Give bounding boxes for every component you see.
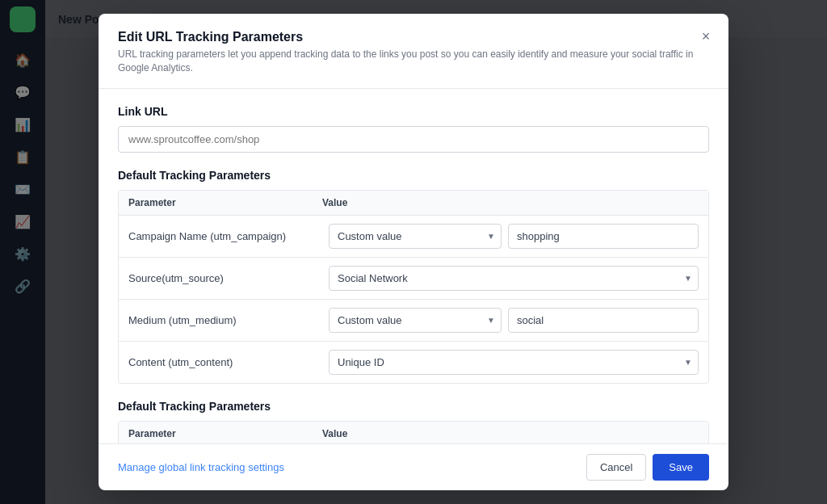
modal-subtitle: URL tracking parameters let you append t… xyxy=(118,48,709,75)
param-value-group-source: Social Network Custom value Unique ID ▼ xyxy=(329,266,699,291)
link-url-label: Link URL xyxy=(118,105,709,118)
table-header: Parameter Value xyxy=(119,191,708,216)
modal-overlay: Edit URL Tracking Parameters URL trackin… xyxy=(0,0,827,504)
table-row: Source(utm_source) Social Network Custom… xyxy=(119,258,708,300)
param-name-campaign: Campaign Name (utm_campaign) xyxy=(128,230,322,242)
save-button[interactable]: Save xyxy=(653,454,709,481)
default-tracking-label: Default Tracking Parameters xyxy=(118,169,709,182)
param-name-medium: Medium (utm_medium) xyxy=(128,314,322,326)
campaign-text-input[interactable] xyxy=(508,224,699,249)
second-tracking-table: Parameter Value + Add Another xyxy=(118,421,709,443)
modal-header: Edit URL Tracking Parameters URL trackin… xyxy=(99,14,728,89)
second-col-value: Value xyxy=(322,428,699,439)
second-col-parameter: Parameter xyxy=(128,428,322,439)
col-value: Value xyxy=(322,197,699,208)
table-row: Content (utm_content) Unique ID Custom v… xyxy=(119,342,708,383)
modal-footer: Manage global link tracking settings Can… xyxy=(99,443,728,490)
table-row: Campaign Name (utm_campaign) Custom valu… xyxy=(119,216,708,258)
param-value-group-content: Unique ID Custom value Social Network ▼ xyxy=(329,350,699,375)
modal-body: Link URL Default Tracking Parameters Par… xyxy=(99,89,728,443)
close-button[interactable]: × xyxy=(696,27,716,46)
source-select[interactable]: Social Network Custom value Unique ID xyxy=(329,266,699,291)
manage-link[interactable]: Manage global link tracking settings xyxy=(118,461,284,473)
param-value-group-medium: Custom value Social Network Unique ID ▼ xyxy=(329,308,699,333)
medium-select[interactable]: Custom value Social Network Unique ID xyxy=(329,308,502,333)
modal-title: Edit URL Tracking Parameters xyxy=(118,30,709,44)
second-tracking-label: Default Tracking Parameters xyxy=(118,400,709,413)
cancel-button[interactable]: Cancel xyxy=(586,454,646,481)
second-table-header: Parameter Value xyxy=(119,422,708,443)
content-select[interactable]: Unique ID Custom value Social Network xyxy=(329,350,699,375)
param-name-content: Content (utm_content) xyxy=(128,356,322,368)
col-parameter: Parameter xyxy=(128,197,322,208)
param-name-source: Source(utm_source) xyxy=(128,272,322,284)
source-select-wrapper: Social Network Custom value Unique ID ▼ xyxy=(329,266,699,291)
table-row: Medium (utm_medium) Custom value Social … xyxy=(119,300,708,342)
campaign-select-wrapper: Custom value Social Network Unique ID ▼ xyxy=(329,224,502,249)
campaign-select[interactable]: Custom value Social Network Unique ID xyxy=(329,224,502,249)
edit-url-tracking-modal: Edit URL Tracking Parameters URL trackin… xyxy=(99,14,728,490)
medium-text-input[interactable] xyxy=(508,308,699,333)
medium-select-wrapper: Custom value Social Network Unique ID ▼ xyxy=(329,308,502,333)
param-value-group-campaign: Custom value Social Network Unique ID ▼ xyxy=(329,224,699,249)
content-select-wrapper: Unique ID Custom value Social Network ▼ xyxy=(329,350,699,375)
default-tracking-table: Parameter Value Campaign Name (utm_campa… xyxy=(118,190,709,384)
footer-buttons: Cancel Save xyxy=(586,454,709,481)
link-url-input[interactable] xyxy=(118,126,709,153)
